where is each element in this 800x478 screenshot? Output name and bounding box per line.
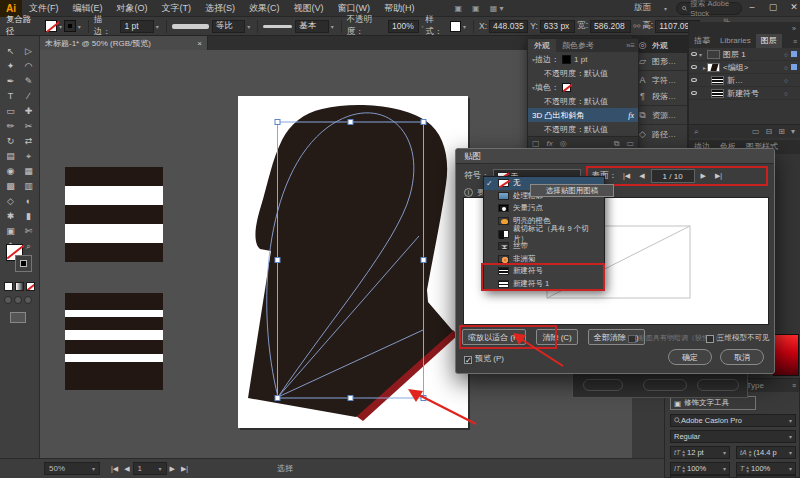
- visibility-eye-icon[interactable]: [689, 65, 699, 69]
- menu-select[interactable]: 选择(S): [198, 0, 242, 17]
- document-layout-icon[interactable]: ▣: [467, 4, 485, 13]
- magic-wand-tool[interactable]: ✦: [4, 59, 18, 74]
- font-style-select[interactable]: Regular▾: [670, 430, 796, 443]
- cancel-button[interactable]: 取消: [720, 349, 764, 365]
- minimize-button[interactable]: –: [742, 0, 762, 15]
- lasso-tool[interactable]: ◠: [22, 59, 36, 74]
- vertical-scale-input[interactable]: IT▴▾100%▾: [670, 462, 730, 475]
- surface-counter[interactable]: 1 / 10: [651, 169, 695, 183]
- symbol-option-4[interactable]: 裁切标记（具有 9 个切片）: [484, 227, 604, 240]
- stripe-artwork-2[interactable]: [65, 293, 163, 390]
- visibility-eye-icon[interactable]: [689, 78, 699, 82]
- curvature-tool[interactable]: ✎: [22, 74, 36, 89]
- appearance-row-fill[interactable]: ▾ 填色：: [528, 80, 638, 94]
- clear-appearance-icon[interactable]: ◎: [560, 139, 567, 148]
- expand-arrow-icon[interactable]: ▾: [699, 51, 707, 58]
- target-circle-icon[interactable]: ○: [784, 90, 788, 97]
- tab-appearance[interactable]: 外观: [528, 39, 556, 52]
- collapse-dock-icon[interactable]: »: [792, 25, 796, 32]
- target-circle-icon[interactable]: ○: [784, 64, 788, 71]
- scissors-tool[interactable]: ✂: [22, 119, 36, 134]
- first-surface-icon[interactable]: |◀: [620, 172, 633, 180]
- draw-behind-icon[interactable]: [14, 296, 22, 304]
- draw-normal-icon[interactable]: [4, 296, 12, 304]
- brush-definition-select[interactable]: 基本: [295, 20, 328, 33]
- make-mask-icon[interactable]: ▭: [752, 127, 760, 136]
- stroke-weight-input[interactable]: 1 pt: [120, 20, 153, 33]
- blend-tool[interactable]: ◐: [22, 194, 36, 209]
- strip-paragraph[interactable]: ¶段落…: [633, 88, 687, 104]
- layer-row-layer1[interactable]: ▾ 图层 1 ○: [689, 48, 800, 61]
- appearance-row-opacity1[interactable]: 不透明度：默认值: [528, 66, 638, 80]
- pen-tool[interactable]: ✒: [4, 74, 18, 89]
- line-tool[interactable]: ∕: [22, 89, 36, 104]
- stroke-swatch[interactable]: [15, 255, 32, 272]
- preview-checkbox[interactable]: ✓预览 (P): [464, 353, 504, 364]
- target-circle-icon[interactable]: ○: [784, 51, 788, 58]
- mesh-tool[interactable]: ▩: [4, 179, 18, 194]
- layer-row-symbol-b[interactable]: 新建符号 ○: [689, 87, 800, 100]
- character-panel-menu-icon[interactable]: ≡: [792, 382, 799, 389]
- next-artboard-icon[interactable]: ▶: [167, 465, 178, 473]
- shape-builder-tool[interactable]: ◉: [4, 164, 18, 179]
- selection-tool[interactable]: ↖: [4, 44, 18, 59]
- layers-panel-menu-icon[interactable]: ≡: [793, 38, 800, 45]
- panel-menu-icon[interactable]: »≡: [626, 41, 638, 50]
- close-button[interactable]: ✕: [784, 0, 800, 15]
- strip-pathfinder[interactable]: ◇路径…: [633, 126, 687, 142]
- stroke-color-swatch[interactable]: [64, 20, 76, 32]
- delete-item-icon[interactable]: ▭: [626, 139, 634, 148]
- appearance-row-stroke[interactable]: ▾ 描边：1 pt: [528, 52, 638, 66]
- strip-asset-export[interactable]: ⧉资源…: [633, 107, 687, 123]
- target-circle-icon[interactable]: ○: [784, 77, 788, 84]
- appearance-row-opacity2[interactable]: 不透明度：默认值: [528, 94, 638, 108]
- duplicate-item-icon[interactable]: ⧉: [614, 139, 620, 149]
- layer-row-symbol-a[interactable]: 新… ○: [689, 74, 800, 87]
- slice-tool[interactable]: ✄: [22, 224, 36, 239]
- artboard-nav-select[interactable]: 1▾: [133, 462, 167, 475]
- tab-close-icon[interactable]: ×: [197, 39, 202, 48]
- new-sublayer-icon[interactable]: ⊟: [766, 127, 773, 136]
- strip-graphic-styles[interactable]: ▱图形…: [633, 53, 687, 69]
- add-stroke-icon[interactable]: ▢: [532, 139, 540, 148]
- gradient-mode-icon[interactable]: [15, 282, 24, 291]
- opacity-input[interactable]: 100%: [388, 20, 419, 33]
- symbol-option-6[interactable]: 非洲菊: [484, 253, 604, 266]
- tab-libraries[interactable]: Libraries: [715, 34, 756, 48]
- visibility-eye-icon[interactable]: [689, 91, 699, 95]
- none-mode-icon[interactable]: [26, 282, 35, 291]
- graph-tool[interactable]: ▮: [22, 209, 36, 224]
- strip-character[interactable]: A字符…: [633, 72, 687, 88]
- symbol-option-new1[interactable]: 新建符号 1: [484, 278, 604, 291]
- horizontal-scale-input[interactable]: T▴▾100%▾: [736, 462, 796, 475]
- document-tab[interactable]: 未标题-1* @ 50% (RGB/预览) ×: [40, 36, 208, 50]
- zoom-level-select[interactable]: 50%▾: [44, 462, 100, 475]
- eyedropper-tool[interactable]: ◇: [4, 194, 18, 209]
- artboard-tool[interactable]: ▣: [4, 224, 18, 239]
- tab-image-trace[interactable]: 描摹: [689, 34, 715, 48]
- free-transform-tool[interactable]: ⌖: [22, 149, 36, 164]
- workspace-switcher[interactable]: 版面: [634, 2, 651, 14]
- fill-color-swatch[interactable]: [45, 20, 57, 32]
- locate-object-icon[interactable]: ⌕: [694, 127, 698, 137]
- expand-arrow-icon[interactable]: ▸: [699, 64, 707, 71]
- prev-surface-icon[interactable]: ◀: [636, 172, 647, 180]
- menu-effect[interactable]: 效果(C): [242, 0, 287, 17]
- first-artboard-icon[interactable]: |◀: [108, 465, 121, 473]
- x-input[interactable]: 448.035: [489, 20, 528, 33]
- y-input[interactable]: 633 px: [540, 20, 575, 33]
- delete-layer-icon[interactable]: ▾: [791, 127, 795, 136]
- width-tool[interactable]: ▤: [4, 149, 18, 164]
- symbol-option-5[interactable]: 丝带: [484, 240, 604, 253]
- symbol-sprayer-tool[interactable]: ✱: [4, 209, 18, 224]
- maximize-button[interactable]: ▢: [763, 0, 783, 15]
- arrange-documents-icon[interactable]: ▣: [450, 4, 468, 13]
- stock-search-input[interactable]: 搜索 Adobe Stock: [676, 2, 742, 15]
- gradient-tool[interactable]: ▥: [22, 179, 36, 194]
- draw-inside-icon[interactable]: [24, 296, 32, 304]
- new-layer-icon[interactable]: ⊞: [778, 127, 785, 136]
- app-bar-grid-icon[interactable]: ▦ ▾: [485, 4, 509, 13]
- prev-artboard-icon[interactable]: ◀: [121, 465, 132, 473]
- add-effect-icon[interactable]: fx: [547, 139, 553, 148]
- symbol-option-new[interactable]: 新建符号: [484, 265, 604, 278]
